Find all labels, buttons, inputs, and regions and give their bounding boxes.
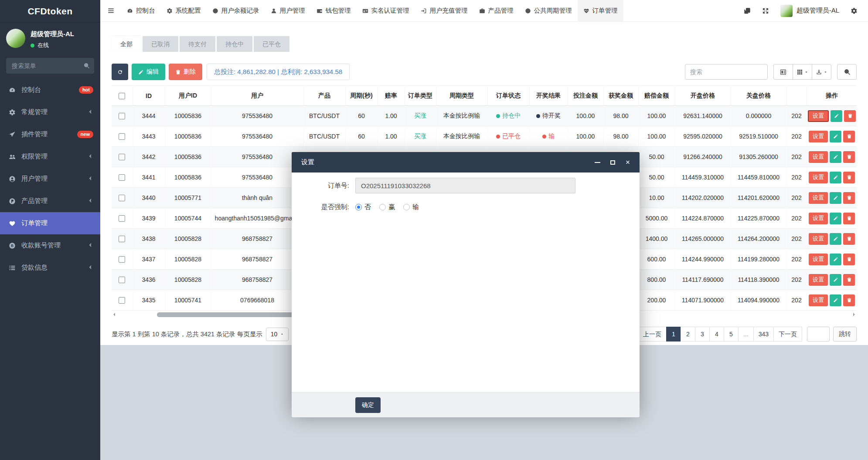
row-checkbox[interactable] — [119, 256, 125, 263]
row-delete-button[interactable] — [843, 294, 855, 306]
row-set-button[interactable]: 设置 — [809, 151, 828, 163]
topnav-item-0[interactable]: 控制台 — [121, 0, 161, 21]
minimize-icon[interactable] — [594, 159, 600, 166]
sidebar-item-5[interactable]: 产品管理 — [0, 190, 100, 212]
row-delete-button[interactable] — [843, 233, 855, 245]
page-next[interactable]: 下一页 — [773, 327, 802, 342]
select-all-checkbox[interactable] — [119, 93, 125, 99]
sidebar-search-input[interactable] — [6, 58, 94, 74]
row-edit-button[interactable] — [830, 254, 841, 265]
page-5[interactable]: 5 — [724, 327, 739, 342]
tab-1[interactable]: 已取消 — [143, 36, 178, 52]
menu-toggle-button[interactable] — [100, 0, 121, 21]
page-3[interactable]: 3 — [695, 327, 710, 342]
radio-icon[interactable] — [403, 204, 410, 210]
row-set-button[interactable]: 设置 — [809, 131, 828, 142]
row-checkbox[interactable] — [119, 133, 125, 140]
row-checkbox[interactable] — [119, 113, 125, 119]
row-edit-button[interactable] — [831, 110, 842, 122]
delete-button[interactable]: 删除 — [169, 64, 202, 80]
row-delete-button[interactable] — [844, 110, 856, 122]
row-edit-button[interactable] — [830, 233, 841, 245]
topnav-item-2[interactable]: 用户余额记录 — [207, 0, 265, 21]
row-checkbox[interactable] — [119, 215, 125, 222]
row-checkbox[interactable] — [119, 236, 125, 242]
order-no-input[interactable] — [355, 178, 575, 193]
refresh-button[interactable] — [112, 64, 128, 80]
row-delete-button[interactable] — [843, 192, 855, 204]
topnav-item-4[interactable]: 钱包管理 — [311, 0, 357, 21]
modal-header[interactable]: 设置 × — [292, 152, 640, 172]
row-delete-button[interactable] — [843, 254, 855, 265]
tab-4[interactable]: 已平仓 — [254, 36, 289, 52]
row-checkbox[interactable] — [119, 174, 125, 181]
search-button[interactable] — [837, 64, 857, 80]
maximize-icon[interactable] — [609, 159, 616, 166]
sidebar-item-7[interactable]: B收款账号管理 — [0, 234, 100, 257]
tab-3[interactable]: 持仓中 — [217, 36, 252, 52]
row-set-button[interactable]: 设置 — [809, 294, 828, 306]
topnav-item-5[interactable]: 实名认证管理 — [357, 0, 415, 21]
row-set-button[interactable]: 设置 — [809, 192, 828, 204]
page-...[interactable]: ... — [738, 327, 754, 342]
force-option-0[interactable]: 否 — [355, 203, 371, 211]
row-set-button[interactable]: 设置 — [809, 172, 828, 183]
topnav-item-7[interactable]: 产品管理 — [473, 0, 519, 21]
sidebar-item-1[interactable]: 常规管理 — [0, 101, 100, 123]
export-button[interactable] — [812, 64, 831, 80]
settings-gears-icon[interactable] — [851, 7, 858, 14]
row-delete-button[interactable] — [843, 213, 855, 224]
row-delete-button[interactable] — [843, 151, 855, 163]
page-prev[interactable]: 上一页 — [638, 327, 667, 342]
confirm-button[interactable]: 确定 — [355, 397, 381, 413]
radio-icon[interactable] — [379, 204, 386, 210]
row-checkbox[interactable] — [119, 154, 125, 160]
force-option-1[interactable]: 赢 — [379, 203, 395, 211]
row-set-button[interactable]: 设置 — [809, 254, 828, 265]
row-delete-button[interactable] — [843, 172, 855, 183]
row-set-button[interactable]: 设置 — [808, 110, 829, 122]
sidebar-item-0[interactable]: 控制台hot — [0, 79, 100, 101]
user-menu[interactable]: 超级管理员-AL — [780, 5, 839, 17]
row-edit-button[interactable] — [830, 131, 841, 142]
row-edit-button[interactable] — [830, 274, 841, 286]
topnav-item-1[interactable]: 系统配置 — [161, 0, 207, 21]
force-option-2[interactable]: 输 — [403, 203, 419, 211]
columns-button[interactable] — [793, 64, 812, 80]
sidebar-item-8[interactable]: 贷款信息 — [0, 257, 100, 279]
row-edit-button[interactable] — [830, 172, 841, 183]
detail-view-button[interactable] — [773, 64, 793, 80]
page-1[interactable]: 1 — [666, 327, 681, 342]
tab-2[interactable]: 待支付 — [180, 36, 215, 52]
page-2[interactable]: 2 — [681, 327, 695, 342]
jump-button[interactable]: 跳转 — [833, 327, 857, 342]
row-set-button[interactable]: 设置 — [809, 233, 828, 245]
row-edit-button[interactable] — [830, 151, 841, 163]
page-4[interactable]: 4 — [709, 327, 724, 342]
row-set-button[interactable]: 设置 — [809, 274, 828, 286]
copy-icon[interactable] — [744, 7, 751, 14]
scroll-left-icon[interactable] — [113, 313, 115, 316]
row-edit-button[interactable] — [830, 294, 841, 306]
topnav-item-3[interactable]: 用户管理 — [265, 0, 311, 21]
row-edit-button[interactable] — [830, 192, 841, 204]
row-checkbox[interactable] — [119, 297, 125, 304]
sidebar-item-6[interactable]: 订单管理 — [0, 212, 100, 234]
tab-0[interactable]: 全部 — [112, 36, 141, 52]
scroll-right-icon[interactable] — [853, 313, 855, 316]
close-icon[interactable]: × — [625, 159, 631, 166]
radio-icon[interactable] — [355, 204, 362, 210]
row-delete-button[interactable] — [843, 131, 855, 142]
table-search-input[interactable] — [685, 64, 768, 80]
row-edit-button[interactable] — [830, 213, 841, 224]
topnav-item-9[interactable]: 订单管理 — [578, 0, 623, 21]
row-delete-button[interactable] — [843, 274, 855, 286]
topnav-item-8[interactable]: 公共周期管理 — [519, 0, 578, 21]
topnav-item-6[interactable]: 用户充值管理 — [415, 0, 473, 21]
page-size-select[interactable]: 10 — [266, 328, 289, 341]
sidebar-item-2[interactable]: 插件管理new — [0, 123, 100, 145]
row-checkbox[interactable] — [119, 277, 125, 283]
row-checkbox[interactable] — [119, 195, 125, 201]
fullscreen-icon[interactable] — [762, 7, 769, 14]
row-set-button[interactable]: 设置 — [809, 213, 828, 224]
